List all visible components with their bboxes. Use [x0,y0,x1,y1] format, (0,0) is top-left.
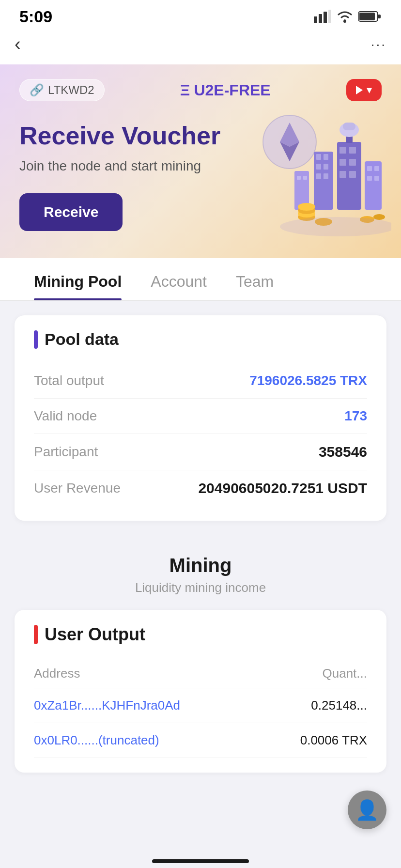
table-row: 0x0LR0......(truncated) 0.0006 TRX [34,723,367,758]
user-revenue-label: User Revenue [34,480,121,496]
status-time: 5:09 [19,7,52,26]
tab-mining-pool[interactable]: Mining Pool [19,258,136,300]
quantity-cell-2: 0.0006 TRX [300,733,367,748]
svg-rect-0 [314,16,317,23]
status-bar: 5:09 [0,0,401,29]
tron-triangle-icon [356,86,363,94]
address-cell-2[interactable]: 0x0LR0......(truncated) [34,733,159,748]
quantity-cell-1: 0.25148... [311,698,367,713]
valid-node-row: Valid node 173 [34,399,367,434]
banner-logo: Ξ U2E-FREE [180,81,271,99]
tabs: Mining Pool Account Team [19,258,382,300]
user-output-title-bar [34,625,38,644]
banner-tag: 🔗 LTKWD2 [19,79,105,101]
user-revenue-value: 20490605020.7251 USDT [198,480,367,496]
avatar-icon: 👤 [355,799,379,822]
svg-rect-3 [328,10,331,23]
pool-data-title: Pool data [34,330,367,349]
quantity-header: Quant... [323,666,368,681]
valid-node-label: Valid node [34,408,97,424]
tabs-container: Mining Pool Account Team [0,258,401,301]
tron-label: ▾ [367,84,372,96]
battery-icon [358,10,382,23]
logo-symbol: Ξ [180,81,190,99]
address-cell-1[interactable]: 0xZa1Br......KJHFnJra0Ad [34,698,180,713]
tron-button[interactable]: ▾ [346,79,382,101]
tag-text: LTKWD2 [48,83,94,97]
mining-header: Mining Liquidity mining income [0,535,401,610]
participant-label: Participant [34,444,98,460]
svg-rect-1 [319,14,322,23]
address-header: Address [34,666,80,681]
total-output-row: Total output 7196026.5825 TRX [34,363,367,399]
floating-avatar[interactable]: 👤 [348,790,386,829]
svg-point-4 [343,20,346,23]
pool-data-card: Pool data Total output 7196026.5825 TRX … [15,315,386,521]
table-header: Address Quant... [34,659,367,688]
banner-top: 🔗 LTKWD2 Ξ U2E-FREE ▾ [19,79,382,101]
pool-title-bar [34,330,38,349]
logo-text: U2E-FREE [194,81,270,99]
user-output-title: User Output [34,624,367,645]
participant-value: 358546 [319,444,367,460]
signal-icon [314,10,331,23]
back-button[interactable]: ‹ [15,34,21,55]
status-icons [314,10,382,23]
banner-content: Receive Voucher Join the node and start … [19,121,382,231]
more-button[interactable]: ··· [371,37,386,52]
banner: 🔗 LTKWD2 Ξ U2E-FREE ▾ Receive Voucher Jo… [0,64,401,258]
home-indicator [152,859,249,863]
mining-subtitle: Liquidity mining income [0,580,401,595]
banner-subtitle: Join the node and start mining [19,158,382,174]
tab-team[interactable]: Team [221,258,288,300]
table-row: 0xZa1Br......KJHFnJra0Ad 0.25148... [34,688,367,723]
link-icon: 🔗 [30,83,44,97]
svg-rect-7 [359,13,375,20]
svg-rect-2 [324,12,327,23]
participant-row: Participant 358546 [34,434,367,470]
receive-button[interactable]: Receive [19,193,123,231]
tab-account[interactable]: Account [136,258,221,300]
pool-data-section: Pool data Total output 7196026.5825 TRX … [0,301,401,535]
mining-title: Mining [0,555,401,576]
wifi-icon [336,10,354,23]
valid-node-value: 173 [344,408,367,424]
svg-rect-6 [378,15,381,18]
user-revenue-row: User Revenue 20490605020.7251 USDT [34,470,367,506]
nav-bar: ‹ ··· [0,29,401,64]
total-output-label: Total output [34,373,104,388]
user-output-card: User Output Address Quant... 0xZa1Br....… [15,610,386,773]
banner-title: Receive Voucher [19,121,382,151]
total-output-value: 7196026.5825 TRX [249,373,367,388]
